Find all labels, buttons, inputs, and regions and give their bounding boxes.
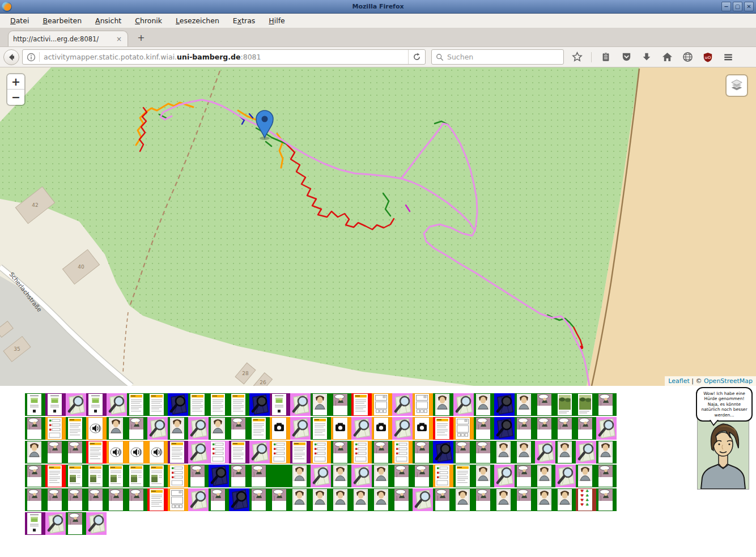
activity-tile-docphoto[interactable] (127, 465, 147, 487)
activity-tile-blank[interactable] (270, 465, 290, 487)
activity-tile-portrait[interactable] (290, 488, 311, 511)
site-info-icon[interactable] (27, 53, 36, 62)
activity-tile-osm[interactable] (311, 465, 331, 487)
activity-tile-comic[interactable] (413, 441, 433, 464)
activity-tile-comic[interactable] (249, 488, 270, 511)
activity-tile-comic[interactable] (127, 488, 147, 511)
activity-tile-comic[interactable] (372, 441, 392, 464)
activity-tile-osm[interactable] (86, 512, 107, 535)
activity-tile-portrait[interactable] (535, 465, 555, 487)
activity-tile-doc[interactable] (229, 393, 249, 416)
activity-tile-comic[interactable] (270, 488, 290, 511)
map-canvas[interactable]: 42 40 35 28 26 Scherlachstraße (0, 67, 756, 386)
back-button[interactable] (3, 49, 19, 65)
menu-chronik[interactable]: Chronik (129, 14, 168, 27)
activity-tile-comic[interactable] (66, 441, 86, 464)
activity-tile-doc[interactable] (229, 441, 249, 464)
activity-tile-portrait[interactable] (494, 441, 515, 464)
activity-tile-osm[interactable] (249, 441, 270, 464)
activity-tile-doc[interactable] (147, 488, 168, 511)
activity-tile-osm[interactable] (494, 465, 515, 487)
activity-tile-portrait[interactable] (209, 417, 229, 440)
activity-tile-checklist[interactable] (351, 441, 372, 464)
activity-tile-comic[interactable] (515, 465, 535, 487)
leaflet-map[interactable]: 42 40 35 28 26 Scherlachstraße (0, 67, 756, 386)
activity-tile-osm[interactable] (107, 393, 127, 416)
activity-tile-comic[interactable] (331, 393, 351, 416)
activity-tile-portrait[interactable] (515, 393, 535, 416)
activity-tile-osm[interactable] (188, 417, 209, 440)
activity-tile-portrait[interactable] (372, 465, 392, 487)
activity-tile-osm[interactable] (188, 488, 209, 511)
tab-close-icon[interactable]: × (115, 35, 123, 43)
activity-tile-portrait[interactable] (474, 465, 494, 487)
activity-tile-comic[interactable] (25, 465, 45, 487)
activity-tile-comic[interactable] (45, 488, 66, 511)
activity-tile-camera[interactable] (413, 417, 433, 440)
activity-tile-comic[interactable] (25, 417, 45, 440)
menu-icon[interactable] (722, 51, 734, 63)
menu-hilfe[interactable]: Hilfe (263, 14, 290, 27)
activity-tile-osmdark[interactable] (209, 465, 229, 487)
activity-tile-hearts[interactable]: ♥♣♥♣♥♣♥♣ (576, 488, 596, 511)
activity-tile-form[interactable] (168, 488, 188, 511)
pocket-icon[interactable] (620, 51, 632, 63)
activity-tile-comic[interactable] (392, 465, 413, 487)
activity-tile-osm[interactable] (596, 417, 617, 440)
activity-tile-portrait[interactable] (596, 441, 617, 464)
activity-tile-app[interactable] (86, 393, 107, 416)
activity-tile-osm[interactable] (555, 465, 576, 487)
activity-tile-photo[interactable] (555, 393, 576, 416)
activity-tile-portrait[interactable] (555, 441, 576, 464)
activity-tile-speaker[interactable] (86, 417, 107, 440)
activity-tile-doc[interactable] (290, 441, 311, 464)
openstreetmap-link[interactable]: OpenStreetMap (704, 377, 753, 385)
close-button[interactable]: ✕ (744, 2, 754, 11)
activity-tile-checklist[interactable] (392, 441, 413, 464)
activity-tile-portrait[interactable] (311, 488, 331, 511)
activity-tile-portrait[interactable] (351, 488, 372, 511)
activity-tile-speaker[interactable] (107, 441, 127, 464)
activity-tile-doc[interactable] (168, 441, 188, 464)
activity-tile-comic[interactable] (453, 441, 474, 464)
menu-bearbeiten[interactable]: Bearbeiten (37, 14, 87, 27)
activity-tile-comic[interactable] (413, 465, 433, 487)
activity-tile-docphoto[interactable] (66, 465, 86, 487)
activity-tile-camera[interactable] (372, 417, 392, 440)
activity-tile-comic[interactable] (535, 417, 555, 440)
activity-tile-portrait[interactable] (535, 488, 555, 511)
activity-tile-comic[interactable] (249, 465, 270, 487)
activity-tile-comic[interactable] (86, 488, 107, 511)
activity-tile-doc[interactable] (453, 465, 474, 487)
activity-tile-comic[interactable] (188, 465, 209, 487)
activity-tile-camera[interactable] (331, 417, 351, 440)
activity-tile-osm[interactable] (453, 393, 474, 416)
activity-tile-checklist[interactable] (45, 417, 66, 440)
activity-tile-comic[interactable] (229, 465, 249, 487)
activity-tile-osm[interactable] (290, 393, 311, 416)
activity-tile-comic[interactable] (45, 441, 66, 464)
activity-tile-portrait[interactable] (372, 488, 392, 511)
activity-tile-doc[interactable] (433, 417, 453, 440)
menu-lesezeichen[interactable]: Lesezeichen (170, 14, 225, 27)
minimize-button[interactable]: − (721, 2, 731, 11)
activity-tile-comic[interactable] (433, 488, 453, 511)
reload-button[interactable] (408, 50, 425, 64)
activity-tile-comic[interactable] (474, 441, 494, 464)
activity-tile-portrait[interactable] (555, 488, 576, 511)
download-icon[interactable] (640, 51, 653, 63)
menu-extras[interactable]: Extras (227, 14, 261, 27)
activity-tile-comic[interactable] (596, 393, 617, 416)
star-icon[interactable] (571, 51, 583, 63)
activity-tile-portrait[interactable] (311, 393, 331, 416)
activity-tile-comic[interactable] (576, 417, 596, 440)
activity-tile-doc[interactable] (127, 393, 147, 416)
activity-tile-portrait[interactable] (331, 488, 351, 511)
activity-tile-osm[interactable] (188, 441, 209, 464)
activity-tile-portrait[interactable] (290, 465, 311, 487)
url-text[interactable]: activitymapper.static.potato.kinf.wiai.u… (44, 53, 408, 61)
activity-tile-osm[interactable] (392, 417, 413, 440)
activity-tile-doc[interactable] (45, 465, 66, 487)
activity-tile-comic[interactable] (392, 488, 413, 511)
activity-tile-camera[interactable] (270, 417, 290, 440)
